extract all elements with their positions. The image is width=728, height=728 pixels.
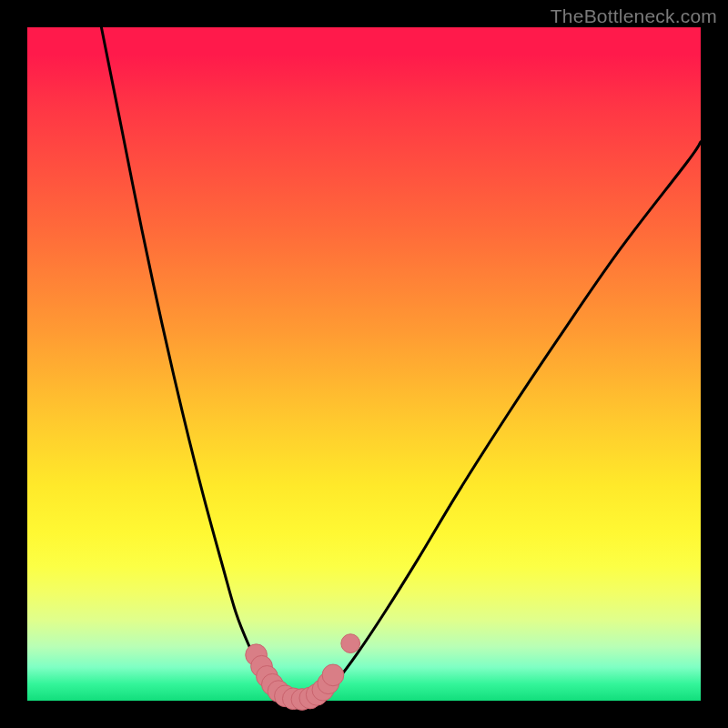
data-point-marker — [322, 664, 344, 686]
watermark-text: TheBottleneck.com — [551, 5, 717, 27]
plot-area — [27, 27, 701, 701]
data-point-marker — [341, 634, 360, 653]
chart-frame: TheBottleneck.com — [0, 0, 728, 728]
bottleneck-curve — [27, 27, 701, 701]
bottleneck-v-curve — [101, 27, 701, 701]
